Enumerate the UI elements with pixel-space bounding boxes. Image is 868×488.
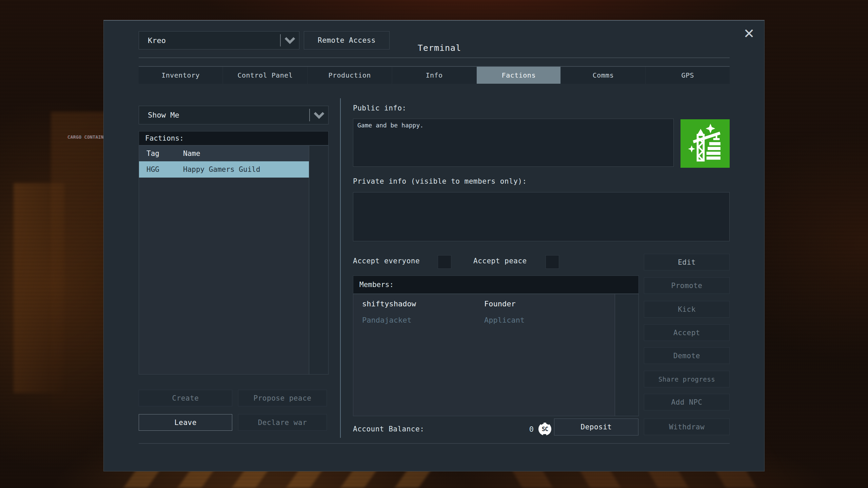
divider <box>139 58 730 58</box>
accept-button[interactable]: Accept <box>644 324 730 341</box>
promote-button[interactable]: Promote <box>644 277 730 294</box>
factions-table: Tag Name HGG Happy Gamers Guild <box>139 145 329 374</box>
column-header-tag: Tag <box>139 149 183 158</box>
member-name: shiftyshadow <box>353 300 484 308</box>
tab-bar: Inventory Control Panel Production Info … <box>139 66 730 84</box>
faction-tag: HGG <box>139 165 183 174</box>
member-rank: Applicant <box>484 316 525 324</box>
member-name: Pandajacket <box>353 316 484 324</box>
faction-row-selected[interactable]: HGG Happy Gamers Guild <box>139 161 309 178</box>
declare-war-button[interactable]: Declare war <box>238 414 327 431</box>
tab-production[interactable]: Production <box>308 67 392 84</box>
accept-peace-label: Accept peace <box>473 257 527 265</box>
tab-gps[interactable]: GPS <box>646 67 730 84</box>
divider <box>340 98 341 438</box>
terminal-dialog: Kreo Remote Access Terminal ✕ Inventory … <box>103 20 765 471</box>
share-progress-button[interactable]: Share progress <box>644 371 730 387</box>
column-header-name: Name <box>183 149 200 158</box>
currency-code: SC <box>542 426 548 432</box>
chevron-down-icon <box>284 37 296 44</box>
dropdown-separator <box>280 34 281 46</box>
add-npc-button[interactable]: Add NPC <box>644 394 730 410</box>
private-info-label: Private info (visible to members only): <box>353 177 527 185</box>
chevron-down-icon <box>313 111 325 119</box>
factions-table-header-row: Tag Name <box>139 146 309 161</box>
leave-button[interactable]: Leave <box>139 414 232 431</box>
factions-scrollbar[interactable] <box>309 146 328 374</box>
tab-factions[interactable]: Factions <box>477 67 560 84</box>
accept-peace-checkbox[interactable] <box>546 255 559 269</box>
page-title: Terminal <box>402 43 477 53</box>
member-row[interactable]: shiftyshadow Founder <box>353 300 516 308</box>
member-rank: Founder <box>484 300 516 308</box>
block-selector-value: Kreo <box>148 36 166 45</box>
faction-icon <box>680 119 730 168</box>
factions-list-header: Factions: <box>139 131 329 145</box>
private-info-field[interactable] <box>353 192 730 241</box>
tab-info[interactable]: Info <box>392 67 476 84</box>
dropdown-separator <box>309 109 310 121</box>
show-me-value: Show Me <box>148 111 179 119</box>
block-selector-dropdown[interactable]: Kreo <box>139 31 299 49</box>
create-button[interactable]: Create <box>139 390 232 406</box>
demote-button[interactable]: Demote <box>644 347 730 364</box>
construction-crane-icon <box>685 124 725 164</box>
members-list: shiftyshadow Founder Pandajacket Applica… <box>353 294 639 416</box>
kick-button[interactable]: Kick <box>644 301 730 318</box>
faction-name: Happy Gamers Guild <box>183 165 260 174</box>
accept-everyone-checkbox[interactable] <box>438 255 451 269</box>
member-row[interactable]: Pandajacket Applicant <box>353 316 525 324</box>
account-balance-value: 0 <box>507 425 534 433</box>
game-background: CARGO CONTAINER Kreo Remote Access Termi… <box>0 0 868 488</box>
show-me-dropdown[interactable]: Show Me <box>139 106 329 124</box>
public-info-field[interactable]: Game and be happy. <box>353 119 674 167</box>
public-info-label: Public info: <box>353 104 407 112</box>
space-credits-icon: SC <box>538 423 551 435</box>
propose-peace-button[interactable]: Propose peace <box>238 390 327 406</box>
tab-inventory[interactable]: Inventory <box>139 67 222 84</box>
members-scrollbar[interactable] <box>615 294 638 416</box>
edit-button[interactable]: Edit <box>644 254 730 270</box>
members-header: Members: <box>353 276 639 294</box>
tab-control-panel[interactable]: Control Panel <box>223 67 307 84</box>
accept-everyone-label: Accept everyone <box>353 257 420 265</box>
deposit-button[interactable]: Deposit <box>554 419 638 435</box>
close-icon[interactable]: ✕ <box>741 27 757 44</box>
withdraw-button[interactable]: Withdraw <box>644 419 730 435</box>
divider <box>139 443 730 444</box>
account-balance-label: Account Balance: <box>353 425 424 433</box>
remote-access-button[interactable]: Remote Access <box>304 31 390 49</box>
tab-comms[interactable]: Comms <box>561 67 645 84</box>
